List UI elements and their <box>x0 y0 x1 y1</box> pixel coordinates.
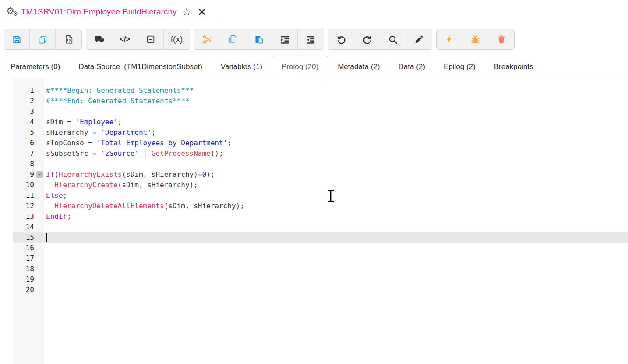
code-text <box>46 274 628 285</box>
fold-gutter <box>34 106 46 117</box>
code-line-4[interactable]: 4sDim = 'Employee'; <box>13 117 628 127</box>
fold-gutter <box>34 253 46 264</box>
code-line-16[interactable]: 16 <box>13 243 628 253</box>
code-line-13[interactable]: 13EndIf; <box>13 211 628 222</box>
tab-prolog[interactable]: Prolog (20) <box>272 56 328 78</box>
code-line-14[interactable]: 14 <box>13 222 628 232</box>
redo-button[interactable] <box>354 29 380 49</box>
code-line-6[interactable]: 6sTopConso = 'Total Employees by Departm… <box>13 138 628 148</box>
cut-icon <box>202 35 212 45</box>
code-line-17[interactable]: 17 <box>13 253 628 264</box>
code-text <box>46 106 628 117</box>
code-line-11[interactable]: 11Else; <box>13 190 628 201</box>
code-line-1[interactable]: 1#****Begin: Generated Statements*** <box>13 85 628 96</box>
code-text: sHierarchy = 'Department'; <box>46 127 628 138</box>
line-number: 13 <box>13 211 34 222</box>
run-icon <box>445 35 454 44</box>
line-number: 15 <box>13 232 34 243</box>
save-button[interactable] <box>4 29 30 49</box>
duplicate-button[interactable] <box>30 29 56 49</box>
document-tab[interactable]: ⚙ ⚙ TM1SRV01:Dim.Employee.BuildHierarchy… <box>0 0 222 23</box>
toolbar: </>f(x) <box>0 29 628 50</box>
code-line-12[interactable]: 12 HierarchyDeleteAllElements(sDim, sHie… <box>13 201 628 211</box>
code-text: HierarchyCreate(sDim, sHierarchy); <box>46 180 628 190</box>
line-number: 9 <box>13 169 34 180</box>
tab-data[interactable]: Data (2) <box>389 56 434 78</box>
cut-button[interactable] <box>194 29 220 49</box>
fold-gutter <box>34 264 46 274</box>
spacer <box>0 23 628 29</box>
code-line-8[interactable]: 8 <box>13 159 628 169</box>
tabbar-empty-space <box>222 0 628 23</box>
tab-metadata[interactable]: Metadata (2) <box>328 56 389 78</box>
line-number: 5 <box>13 127 34 138</box>
code-line-7[interactable]: 7sSubsetSrc = 'zSource' | GetProcessName… <box>13 148 628 159</box>
fold-gutter: ▾ <box>34 169 46 180</box>
fold-gutter <box>34 180 46 190</box>
toolbar-group <box>328 29 432 50</box>
tab-data-source[interactable]: Data Source (TM1DimensionSubset) <box>69 56 212 78</box>
tab-variables[interactable]: Variables (1) <box>212 56 272 78</box>
paste-button[interactable] <box>246 29 272 49</box>
code-line-10[interactable]: 10 HierarchyCreate(sDim, sHierarchy); <box>13 180 628 190</box>
tab-breakpoints[interactable]: Breakpoints <box>485 56 543 78</box>
code-editor[interactable]: 1#****Begin: Generated Statements***2#**… <box>0 78 628 364</box>
document-tabbar: ⚙ ⚙ TM1SRV01:Dim.Employee.BuildHierarchy… <box>0 0 628 23</box>
line-number: 20 <box>13 285 34 295</box>
line-number: 7 <box>13 148 34 159</box>
duplicate-icon <box>38 35 48 45</box>
code-block-button[interactable]: </> <box>112 29 138 49</box>
debug-button[interactable] <box>462 29 488 49</box>
run-button[interactable] <box>437 29 462 49</box>
outdent-button[interactable] <box>298 29 324 49</box>
close-tab-icon[interactable] <box>198 8 205 15</box>
code-line-15[interactable]: 15 <box>13 232 628 243</box>
paste-icon <box>254 35 264 45</box>
code-icon: </> <box>120 35 131 44</box>
code-line-2[interactable]: 2#****End: Generated Statements**** <box>13 96 628 106</box>
edit-button[interactable] <box>406 29 432 49</box>
copy-button[interactable] <box>220 29 246 49</box>
line-number: 18 <box>13 264 34 274</box>
code-line-18[interactable]: 18 <box>13 264 628 274</box>
tab-epilog[interactable]: Epilog (2) <box>434 56 485 78</box>
delete-button[interactable] <box>488 29 514 49</box>
process-gears-icon: ⚙ ⚙ <box>6 5 21 18</box>
view-source-button[interactable] <box>56 29 81 49</box>
code-line-3[interactable]: 3 <box>13 106 628 117</box>
code-text <box>46 243 628 253</box>
fold-gutter <box>34 138 46 148</box>
line-number: 2 <box>13 96 34 106</box>
collapse-button[interactable] <box>138 29 164 49</box>
fold-gutter <box>34 190 46 201</box>
code-text <box>46 253 628 264</box>
fold-gutter <box>34 85 46 96</box>
tab-parameters[interactable]: Parameters (0) <box>1 56 69 78</box>
toolbar-group <box>436 29 515 50</box>
code-text <box>46 285 628 295</box>
line-number: 14 <box>13 222 34 232</box>
code-line-19[interactable]: 19 <box>13 274 628 285</box>
code-text <box>46 232 628 243</box>
fold-toggle-icon[interactable]: ▾ <box>36 171 43 178</box>
search-button[interactable] <box>380 29 406 49</box>
code-text: #****Begin: Generated Statements*** <box>46 85 628 96</box>
line-number: 11 <box>13 190 34 201</box>
code-line-5[interactable]: 5sHierarchy = 'Department'; <box>13 127 628 138</box>
function-button[interactable]: f(x) <box>164 29 190 49</box>
undo-button[interactable] <box>328 29 354 49</box>
code-text <box>46 159 628 169</box>
favorite-star-icon[interactable]: ☆ <box>182 7 192 17</box>
indent-button[interactable] <box>272 29 298 49</box>
line-number: 8 <box>13 159 34 169</box>
delete-icon <box>497 35 506 44</box>
fold-gutter <box>34 148 46 159</box>
code-line-9[interactable]: 9▾If(HierarchyExists(sDim, sHierarchy)=0… <box>13 169 628 180</box>
code-line-20[interactable]: 20 <box>13 285 628 295</box>
fold-gutter <box>34 274 46 285</box>
minus-square-icon <box>146 35 155 44</box>
comment-button[interactable] <box>86 29 112 49</box>
ti-process-editor: ⚙ ⚙ TM1SRV01:Dim.Employee.BuildHierarchy… <box>0 0 628 364</box>
indent-icon <box>280 35 290 45</box>
toolbar-group <box>4 29 82 50</box>
